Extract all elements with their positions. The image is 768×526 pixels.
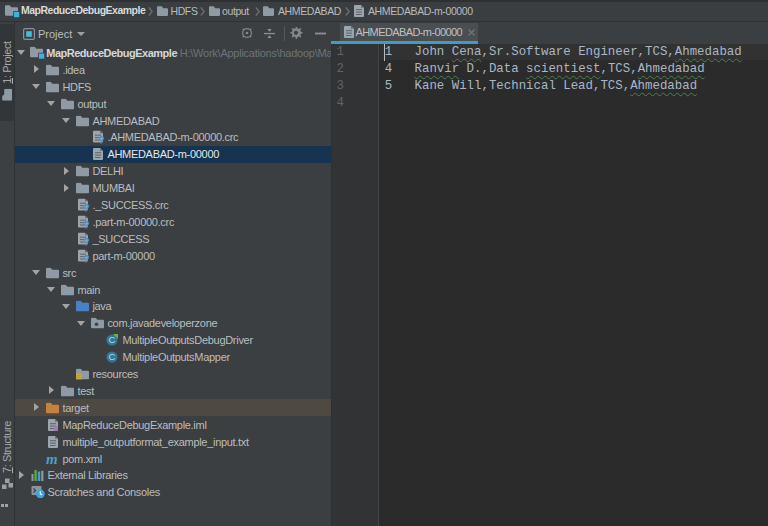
svg-text:?: ? [83, 218, 90, 228]
svg-text:?: ? [83, 252, 90, 262]
svg-text:?: ? [98, 134, 105, 144]
svg-text:C: C [109, 352, 116, 363]
svg-text:C: C [109, 335, 116, 346]
svg-text:?: ? [83, 235, 90, 245]
svg-text:?: ? [83, 202, 90, 212]
